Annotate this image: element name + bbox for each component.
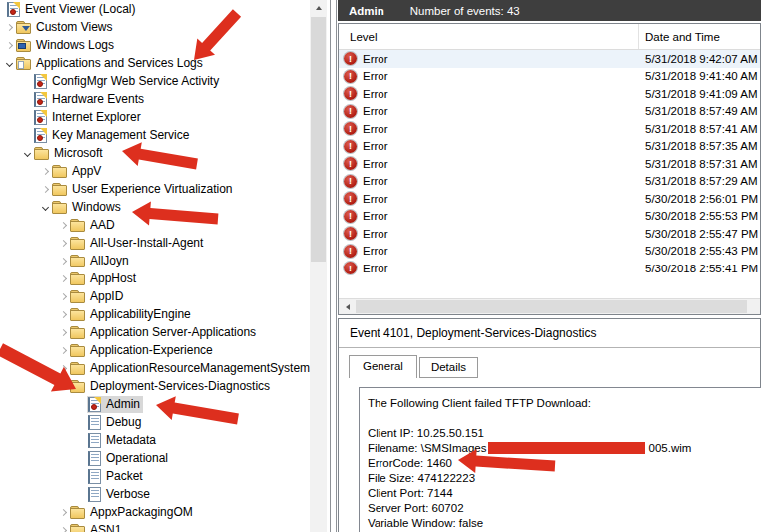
events-hscrollbar[interactable] xyxy=(339,298,760,314)
chevron-right-icon[interactable] xyxy=(39,183,51,195)
chevron-down-icon[interactable] xyxy=(3,57,15,69)
tree-node-content[interactable]: Admin xyxy=(87,396,143,413)
chevron-right-icon[interactable] xyxy=(57,255,69,266)
tree-item-all-user-install-agent[interactable]: All-User-Install-Agent xyxy=(0,234,310,252)
tree-item-aad[interactable]: AAD xyxy=(0,216,310,234)
tree-node-content[interactable]: ConfigMgr Web Service Activity xyxy=(33,73,222,90)
event-row[interactable]: Error5/31/2018 8:57:41 AM xyxy=(339,120,760,138)
tree-node-content[interactable]: Custom Views xyxy=(15,19,115,36)
tree-item-event-viewer-local[interactable]: Event Viewer (Local) xyxy=(0,0,310,18)
event-row[interactable]: Error5/31/2018 9:41:09 AM xyxy=(339,85,760,103)
events-hscrollbar-thumb[interactable] xyxy=(356,300,747,313)
tree-item-windows[interactable]: Windows xyxy=(0,198,310,216)
event-row[interactable]: Error5/31/2018 8:57:31 AM xyxy=(339,155,760,173)
tree-node-content[interactable]: Packet xyxy=(87,468,146,485)
tree-item-alljoyn[interactable]: AllJoyn xyxy=(0,252,310,269)
chevron-right-icon[interactable] xyxy=(57,506,69,518)
tree-node-content[interactable]: Microsoft xyxy=(33,145,106,162)
tree-scrollbar-thumb[interactable] xyxy=(311,17,326,262)
tree-node-content[interactable]: AppHost xyxy=(69,270,139,287)
tree-node-content[interactable]: User Experience Virtualization xyxy=(51,181,236,198)
tree-item-appid[interactable]: AppID xyxy=(0,287,310,305)
tree-node-content[interactable]: Event Viewer (Local) xyxy=(6,1,139,18)
tree-item-key-management-service[interactable]: Key Management Service xyxy=(0,126,310,144)
chevron-right-icon[interactable] xyxy=(57,308,69,320)
tree-node-content[interactable]: AllJoyn xyxy=(69,253,132,269)
event-row[interactable]: Error5/31/2018 9:42:07 AM xyxy=(339,50,760,68)
tree-node-content[interactable]: ApplicationResourceManagementSystem xyxy=(69,360,310,377)
tree-item-apphost[interactable]: AppHost xyxy=(0,269,310,287)
tree-item-metadata[interactable]: Metadata xyxy=(0,431,310,449)
tree-node-content[interactable]: Applications and Services Logs xyxy=(15,55,206,72)
tree-node-content[interactable]: Windows Logs xyxy=(15,37,117,54)
tree-node-content[interactable]: Application-Experience xyxy=(69,342,216,359)
tree-item-verbose[interactable]: Verbose xyxy=(0,485,310,503)
tree-item-user-experience-virtualization[interactable]: User Experience Virtualization xyxy=(0,180,310,198)
tree-node-content[interactable]: Operational xyxy=(87,450,171,467)
event-row[interactable]: Error5/31/2018 9:41:40 AM xyxy=(339,68,760,86)
tree-item-application-experience[interactable]: Application-Experience xyxy=(0,341,310,359)
tab-general[interactable]: General xyxy=(349,355,417,378)
tree-node-content[interactable]: Deployment-Services-Diagnostics xyxy=(69,378,273,395)
tree-item-application-server-applications[interactable]: Application Server-Applications xyxy=(0,323,310,341)
tree-item-operational[interactable]: Operational xyxy=(0,449,310,467)
chevron-down-icon[interactable] xyxy=(39,201,51,213)
event-row[interactable]: Error5/31/2018 8:57:49 AM xyxy=(339,103,760,121)
tree-item-applications-and-services-logs[interactable]: Applications and Services Logs xyxy=(0,54,310,72)
event-row[interactable]: Error5/30/2018 2:56:01 PM xyxy=(339,190,760,208)
tree-node-content[interactable]: Debug xyxy=(87,414,144,431)
tab-details[interactable]: Details xyxy=(419,357,478,378)
column-header-level[interactable]: Level xyxy=(339,24,639,49)
pane-splitter[interactable] xyxy=(330,0,337,532)
event-row[interactable]: Error5/30/2018 2:55:47 PM xyxy=(339,225,760,243)
tree-item-applicationresourcemanagementsystem[interactable]: ApplicationResourceManagementSystem xyxy=(0,359,310,377)
tree-node-content[interactable]: Metadata xyxy=(87,432,159,449)
tree-item-deployment-services-diagnostics[interactable]: Deployment-Services-Diagnostics xyxy=(0,377,310,395)
event-row[interactable]: Error5/31/2018 8:57:29 AM xyxy=(339,173,760,191)
chevron-right-icon[interactable] xyxy=(57,290,69,302)
tree-node-content[interactable]: Application Server-Applications xyxy=(69,324,259,341)
tree-item-packet[interactable]: Packet xyxy=(0,467,310,485)
chevron-right-icon[interactable] xyxy=(39,165,51,177)
event-row[interactable]: Error5/31/2018 8:57:35 AM xyxy=(339,138,760,156)
tree-item-applicabilityengine[interactable]: ApplicabilityEngine xyxy=(0,305,310,323)
chevron-right-icon[interactable] xyxy=(3,21,15,33)
tree-node-content[interactable]: AppV xyxy=(51,163,104,180)
tree-item-windows-logs[interactable]: Windows Logs xyxy=(0,36,310,54)
tree-item-custom-views[interactable]: Custom Views xyxy=(0,18,310,36)
tree-item-asn1[interactable]: ASN1 xyxy=(0,521,310,532)
tree-node-content[interactable]: Hardware Events xyxy=(33,91,147,108)
tree-node-content[interactable]: AppID xyxy=(69,288,126,305)
tree-node-content[interactable]: ApplicabilityEngine xyxy=(69,306,194,323)
chevron-right-icon[interactable] xyxy=(57,272,69,284)
tree-item-admin[interactable]: Admin xyxy=(0,395,310,413)
tree-item-microsoft[interactable]: Microsoft xyxy=(0,144,310,162)
chevron-right-icon[interactable] xyxy=(57,326,69,338)
chevron-right-icon[interactable] xyxy=(3,39,15,51)
tree-node-content[interactable]: ASN1 xyxy=(69,522,124,532)
tree-item-hardware-events[interactable]: Hardware Events xyxy=(0,90,310,108)
tree-node-content[interactable]: Internet Explorer xyxy=(33,109,144,126)
event-row[interactable]: Error5/30/2018 2:55:53 PM xyxy=(339,208,760,226)
tree-node-content[interactable]: Key Management Service xyxy=(33,127,192,144)
chevron-down-icon[interactable] xyxy=(21,147,33,159)
chevron-down-icon[interactable] xyxy=(57,380,69,392)
tree-scrollbar[interactable] xyxy=(310,0,327,532)
scroll-up-button[interactable] xyxy=(310,0,327,16)
tree-item-configmgr-web-service-activity[interactable]: ConfigMgr Web Service Activity xyxy=(0,72,310,90)
tree-node-content[interactable]: AAD xyxy=(69,217,118,234)
tree-item-appxpackagingom[interactable]: AppxPackagingOM xyxy=(0,503,310,521)
event-row[interactable]: Error5/30/2018 2:55:41 PM xyxy=(339,260,760,277)
chevron-right-icon[interactable] xyxy=(57,362,69,374)
column-header-date[interactable]: Date and Time xyxy=(639,24,720,49)
event-row[interactable]: Error5/30/2018 2:55:43 PM xyxy=(339,243,760,261)
tree-item-debug[interactable]: Debug xyxy=(0,413,310,431)
tree-item-internet-explorer[interactable]: Internet Explorer xyxy=(0,108,310,126)
chevron-right-icon[interactable] xyxy=(57,219,69,231)
event-description-box[interactable]: The Following Client failed TFTP Downloa… xyxy=(359,387,761,532)
chevron-right-icon[interactable] xyxy=(57,237,69,249)
scroll-left-button[interactable] xyxy=(339,299,356,314)
tree-node-content[interactable]: Verbose xyxy=(87,486,153,503)
chevron-right-icon[interactable] xyxy=(57,524,69,532)
tree-node-content[interactable]: All-User-Install-Agent xyxy=(69,235,206,252)
